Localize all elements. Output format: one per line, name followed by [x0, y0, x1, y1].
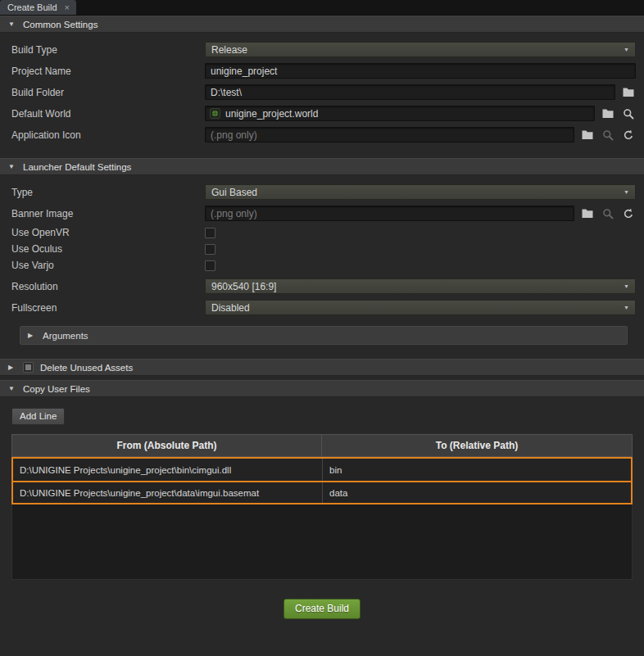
banner-image-label: Banner Image — [11, 208, 205, 219]
create-build-window: Create Build × ▼ Common Settings Build T… — [0, 0, 644, 656]
build-type-value: Release — [211, 44, 247, 56]
triangle-collapsed-icon: ▶ — [8, 364, 16, 371]
triangle-collapsed-icon: ▶ — [28, 332, 36, 339]
default-world-label: Default World — [11, 108, 205, 120]
table-header-row: From (Absolute Path) To (Relative Path) — [11, 434, 633, 457]
project-name-label: Project Name — [11, 66, 205, 77]
chevron-down-icon: ▼ — [624, 47, 629, 52]
world-asset-icon — [210, 108, 220, 119]
reset-icon[interactable] — [621, 129, 636, 142]
section-header-copy-user-files[interactable]: ▼ Copy User Files — [0, 380, 644, 397]
section-title: Launcher Default Settings — [23, 162, 131, 172]
resolution-label: Resolution — [11, 281, 205, 292]
folder-browse-icon[interactable] — [580, 207, 595, 220]
row-banner-image: Banner Image — [11, 206, 636, 221]
copy-user-files-body: Add Line From (Absolute Path) To (Relati… — [0, 397, 644, 619]
section-title: Copy User Files — [23, 384, 90, 394]
row-use-openvr: Use OpenVR — [11, 227, 636, 238]
project-name-input[interactable] — [205, 63, 636, 79]
reset-icon[interactable] — [621, 207, 636, 220]
resolution-value: 960x540 [16:9] — [211, 281, 276, 292]
row-application-icon: Application Icon — [11, 127, 636, 143]
build-type-dropdown[interactable]: Release ▼ — [205, 42, 636, 57]
tab-create-build[interactable]: Create Build × — [0, 0, 76, 15]
triangle-expanded-icon: ▼ — [8, 385, 16, 392]
row-build-folder: Build Folder — [11, 84, 636, 100]
chevron-down-icon: ▼ — [624, 305, 629, 310]
common-settings-body: Build Type Release ▼ Project Name Build … — [0, 33, 644, 158]
use-oculus-checkbox[interactable] — [205, 244, 215, 255]
tab-title: Create Build — [7, 2, 57, 12]
row-fullscreen: Fullscreen Disabled ▼ — [11, 300, 636, 315]
build-type-label: Build Type — [11, 44, 205, 56]
row-build-type: Build Type Release ▼ — [11, 42, 636, 57]
folder-browse-icon[interactable] — [621, 86, 636, 99]
section-title: Arguments — [43, 331, 88, 341]
section-header-common-settings[interactable]: ▼ Common Settings — [0, 16, 644, 33]
launcher-settings-body: Type Gui Based ▼ Banner Image — [0, 175, 644, 355]
table-row[interactable]: D:\UNIGINE Projects\unigine_project\bin\… — [13, 459, 631, 481]
cell-to-path[interactable]: bin — [322, 459, 631, 481]
section-header-delete-unused-assets[interactable]: ▶ Delete Unused Assets — [0, 359, 644, 376]
launcher-type-label: Type — [11, 187, 205, 198]
table-header-to: To (Relative Path) — [322, 435, 632, 456]
chevron-down-icon: ▼ — [624, 189, 629, 195]
tab-bar: Create Build × — [0, 0, 644, 16]
copy-files-table: From (Absolute Path) To (Relative Path) … — [11, 434, 633, 580]
cell-to-path[interactable]: data — [322, 482, 631, 503]
resolution-dropdown[interactable]: 960x540 [16:9] ▼ — [205, 278, 636, 294]
section-header-launcher-settings[interactable]: ▼ Launcher Default Settings — [0, 158, 644, 175]
triangle-expanded-icon: ▼ — [8, 163, 16, 170]
use-varjo-checkbox[interactable] — [205, 260, 215, 271]
tab-close-icon[interactable]: × — [65, 3, 70, 12]
fullscreen-label: Fullscreen — [11, 302, 205, 314]
cell-from-path[interactable]: D:\UNIGINE Projects\unigine_project\bin\… — [13, 459, 322, 481]
section-title: Common Settings — [23, 20, 98, 29]
build-folder-input[interactable] — [205, 84, 615, 100]
use-openvr-label: Use OpenVR — [11, 227, 205, 238]
chevron-down-icon: ▼ — [624, 283, 629, 289]
add-line-button[interactable]: Add Line — [11, 408, 65, 425]
fullscreen-value: Disabled — [211, 302, 250, 314]
application-icon-input[interactable] — [205, 127, 574, 143]
folder-browse-icon[interactable] — [580, 129, 595, 142]
use-openvr-checkbox[interactable] — [205, 228, 215, 238]
cell-from-path[interactable]: D:\UNIGINE Projects\unigine_project\data… — [13, 482, 322, 503]
search-icon[interactable] — [601, 129, 615, 142]
delete-unused-assets-checkbox[interactable] — [23, 362, 34, 373]
row-use-oculus: Use Oculus — [11, 243, 636, 255]
default-world-input[interactable] — [225, 108, 590, 120]
triangle-expanded-icon: ▼ — [8, 20, 16, 28]
section-title: Delete Unused Assets — [40, 363, 133, 373]
use-oculus-label: Use Oculus — [11, 243, 205, 255]
launcher-type-value: Gui Based — [211, 187, 257, 198]
use-varjo-label: Use Varjo — [11, 260, 205, 271]
selected-rows-block: D:\UNIGINE Projects\unigine_project\bin\… — [11, 457, 633, 504]
search-icon[interactable] — [621, 107, 636, 120]
application-icon-label: Application Icon — [11, 129, 205, 141]
build-folder-label: Build Folder — [11, 87, 205, 98]
create-build-button[interactable]: Create Build — [283, 599, 361, 619]
launcher-type-dropdown[interactable]: Gui Based ▼ — [205, 184, 636, 200]
fullscreen-dropdown[interactable]: Disabled ▼ — [205, 300, 636, 315]
table-row[interactable]: D:\UNIGINE Projects\unigine_project\data… — [13, 481, 631, 503]
default-world-field[interactable] — [205, 106, 595, 121]
table-header-from: From (Absolute Path) — [12, 435, 322, 456]
row-project-name: Project Name — [11, 63, 636, 79]
folder-browse-icon[interactable] — [601, 107, 615, 120]
row-resolution: Resolution 960x540 [16:9] ▼ — [11, 278, 636, 294]
search-icon[interactable] — [601, 207, 615, 220]
banner-image-input[interactable] — [205, 206, 574, 221]
table-empty-area — [11, 504, 633, 580]
row-use-varjo: Use Varjo — [11, 260, 636, 271]
section-header-arguments[interactable]: ▶ Arguments — [20, 326, 628, 345]
row-launcher-type: Type Gui Based ▼ — [11, 184, 636, 200]
row-default-world: Default World — [11, 106, 636, 121]
